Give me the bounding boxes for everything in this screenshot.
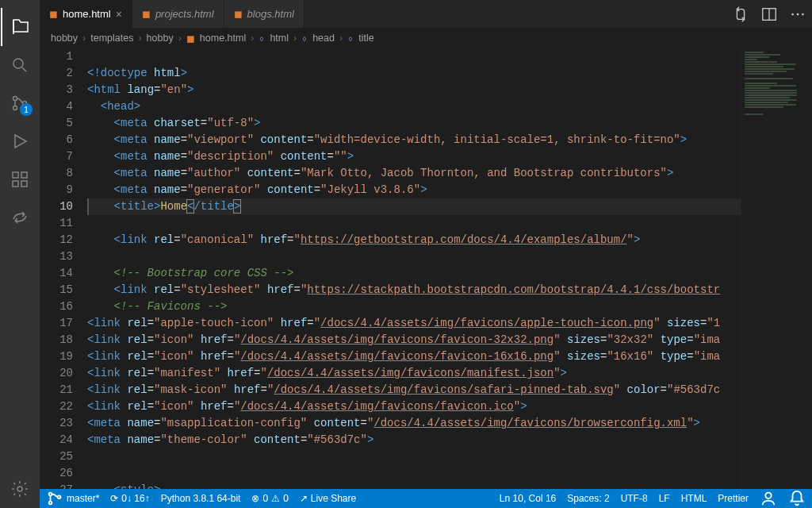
tab-bar: ◼home.html× ◼projects.html ◼blogs.html	[40, 0, 812, 28]
debug-icon[interactable]	[1, 122, 39, 160]
minimap[interactable]	[741, 48, 812, 489]
html-file-icon: ◼	[234, 8, 243, 20]
git-branch[interactable]: master*	[46, 490, 99, 507]
tab-projects[interactable]: ◼projects.html	[132, 0, 224, 28]
svg-point-8	[17, 487, 22, 491]
editor[interactable]: 1234567891011121314151617181920212223242…	[40, 48, 812, 489]
problems[interactable]: ⊗0⚠0	[251, 493, 288, 504]
html-file-icon: ◼	[49, 8, 58, 20]
notifications-icon[interactable]	[788, 490, 806, 507]
svg-point-0	[13, 59, 23, 68]
status-bar: master* ⟳0↓ 16↑ Python 3.8.1 64-bit ⊗0⚠0…	[40, 489, 812, 508]
svg-point-10	[791, 13, 794, 15]
symbol-icon: ⬨	[301, 33, 308, 44]
svg-point-2	[13, 106, 17, 110]
svg-rect-4	[13, 172, 18, 178]
tab-blogs[interactable]: ◼blogs.html	[224, 0, 304, 28]
split-editor-icon[interactable]	[755, 0, 783, 28]
svg-point-11	[797, 13, 799, 15]
close-icon[interactable]: ×	[116, 8, 122, 21]
breadcrumb[interactable]: hobby› templates› hobby› ◼home.html› ⬨ht…	[40, 28, 812, 48]
activity-bar: 1	[0, 0, 40, 508]
main-area: ◼home.html× ◼projects.html ◼blogs.html h…	[40, 0, 812, 508]
svg-point-13	[49, 493, 52, 496]
line-gutter: 1234567891011121314151617181920212223242…	[40, 48, 87, 489]
symbol-icon: ⬨	[259, 33, 265, 44]
svg-point-12	[802, 13, 804, 15]
symbol-icon: ⬨	[347, 33, 354, 44]
code-content[interactable]: <!doctype html><html lang="en"> <head> <…	[87, 48, 741, 489]
compare-changes-icon[interactable]	[726, 0, 755, 28]
settings-icon[interactable]	[1, 470, 39, 508]
html-file-icon: ◼	[142, 8, 151, 20]
svg-rect-6	[21, 181, 27, 187]
python-env[interactable]: Python 3.8.1 64-bit	[161, 493, 241, 504]
cursor-position[interactable]: Ln 10, Col 16	[500, 493, 556, 504]
scm-badge: 1	[20, 103, 33, 116]
svg-point-15	[58, 495, 61, 498]
search-icon[interactable]	[1, 46, 39, 84]
language-mode[interactable]: HTML	[681, 493, 707, 504]
svg-rect-7	[21, 172, 27, 178]
more-icon[interactable]	[783, 0, 812, 28]
html-file-icon: ◼	[186, 33, 195, 44]
prettier[interactable]: Prettier	[718, 493, 749, 504]
git-sync[interactable]: ⟳0↓ 16↑	[110, 493, 149, 504]
svg-point-1	[13, 97, 17, 101]
encoding[interactable]: UTF-8	[621, 493, 648, 504]
svg-rect-5	[13, 181, 18, 187]
extensions-icon[interactable]	[1, 160, 39, 198]
source-control-icon[interactable]: 1	[1, 84, 39, 122]
live-share[interactable]: ↗Live Share	[300, 493, 356, 504]
explorer-icon[interactable]	[1, 8, 39, 46]
tab-home[interactable]: ◼home.html×	[40, 0, 132, 28]
indentation[interactable]: Spaces: 2	[567, 493, 609, 504]
svg-point-14	[49, 502, 52, 505]
liveshare-icon[interactable]	[1, 198, 39, 237]
feedback-icon[interactable]	[760, 490, 777, 507]
eol[interactable]: LF	[659, 493, 670, 504]
svg-point-16	[765, 493, 771, 498]
